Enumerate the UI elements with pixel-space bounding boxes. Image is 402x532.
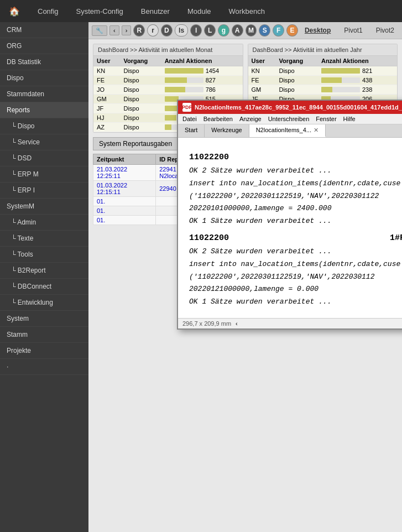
view-tab-pivot2[interactable]: Pivot2 xyxy=(372,25,399,35)
sidebar-item-b2report[interactable]: └ B2Report xyxy=(0,263,88,279)
table-row: GM Dispo 238 xyxy=(248,85,398,95)
nav-config[interactable]: Config xyxy=(33,5,63,18)
cell-vorgang: Dispo xyxy=(120,76,161,85)
pdf-scroll-indicator[interactable]: ‹ xyxy=(236,320,238,327)
letter-btn-R[interactable]: R xyxy=(133,24,145,36)
cell-user: GM xyxy=(93,95,120,104)
sidebar-item-stamm[interactable]: Stamm xyxy=(0,327,88,343)
view-tab-desktop[interactable]: Desktop xyxy=(300,25,335,35)
pdf-tab-werkzeuge[interactable]: Werkzeuge xyxy=(205,124,249,137)
pdf-footer: 296,7 x 209,9 mm ‹ xyxy=(178,318,402,328)
pdf-menu-anzeige[interactable]: Anzeige xyxy=(239,116,262,122)
cell-vorgang: Dispo xyxy=(120,123,161,132)
sidebar-item-projekte[interactable]: Projekte xyxy=(0,343,88,359)
pdf-titlebar: PDF N2locationItems_417ae28c_9952_11ec_8… xyxy=(178,101,402,114)
col-count-month: Anzahl Aktionen xyxy=(161,56,243,66)
sidebar-item-system[interactable]: System xyxy=(0,311,88,327)
pdf-title: N2locationItems_417ae28c_9952_11ec_8944_… xyxy=(195,104,402,111)
nav-prev-button[interactable]: ‹ xyxy=(109,25,119,35)
letter-btn-D[interactable]: D xyxy=(161,24,173,36)
col-zeitpunkt: Zeitpunkt xyxy=(93,154,156,165)
sidebar-item-tools[interactable]: └ Tools xyxy=(0,247,88,263)
sidebar-item-texte[interactable]: └ Texte xyxy=(0,231,88,247)
pdf-line-1-left: 11022200 xyxy=(189,151,229,164)
pdf-tabs: Start Werkzeuge N2locationItems_4...✕ xyxy=(178,124,402,138)
letter-btn-F[interactable]: F xyxy=(273,24,284,36)
sidebar-item-reports-service[interactable]: └ Service xyxy=(0,134,88,150)
tool-icon-button[interactable]: 🔧 xyxy=(92,25,107,36)
sidebar-item-dbconnect[interactable]: └ DBConnect xyxy=(0,279,88,295)
nav-system-config[interactable]: System-Config xyxy=(72,5,128,18)
cell-vorgang: Dispo xyxy=(275,66,317,76)
pdf-menu-hilfe[interactable]: Hilfe xyxy=(343,116,356,122)
sidebar-item-systemm[interactable]: SystemM xyxy=(0,199,88,215)
sidebar-item-reports-erpm[interactable]: └ ERP M xyxy=(0,166,88,182)
letter-btn-r[interactable]: r xyxy=(147,24,159,36)
sidebar-item-reports-dsd[interactable]: └ DSD xyxy=(0,150,88,166)
cell-zeitpunkt[interactable]: 01.03.2022 12:15:11 xyxy=(93,181,156,197)
dashboard-panel-year-title: DashBoard >> Aktivität im aktuellen Jahr xyxy=(248,44,398,56)
table-row: FE Dispo 438 xyxy=(248,76,398,85)
toolbar: 🔧 ‹ › R r D ls l L g A M S F E Desktop P… xyxy=(88,22,402,39)
nav-benutzer[interactable]: Benutzer xyxy=(137,5,174,18)
letter-btn-g[interactable]: g xyxy=(218,24,229,36)
sidebar-item-admin[interactable]: └ Admin xyxy=(0,215,88,231)
cell-user: GM xyxy=(248,85,276,95)
pdf-line-12: OK 1 Sätze wurden verarbeitet ... xyxy=(189,296,402,308)
nav-module[interactable]: Module xyxy=(183,5,216,18)
letter-btn-S[interactable]: S xyxy=(259,24,270,36)
sidebar-item-stammdaten[interactable]: Stammdaten xyxy=(0,86,88,102)
cell-vorgang: Dispo xyxy=(275,85,317,95)
pdf-line-10: ('11022200',20220301122519,'NAV',2022030… xyxy=(189,272,402,283)
sidebar-item-reports-erpi[interactable]: └ ERP I xyxy=(0,182,88,199)
sidebar-item-reports-dispo[interactable]: └ Dispo xyxy=(0,118,88,134)
pdf-line-2: OK 2 Sätze wurden verarbeitet ... xyxy=(189,165,402,177)
nav-next-button[interactable]: › xyxy=(122,25,132,35)
pdf-popup: PDF N2locationItems_417ae28c_9952_11ec_8… xyxy=(177,100,402,330)
pdf-line-4: ('11022200',20220301122519,'NAV',2022030… xyxy=(189,191,402,202)
pdf-menu-bearbeiten[interactable]: Bearbeiten xyxy=(203,116,233,122)
sidebar: CRM ORG DB Statistik Dispo Stammdaten Re… xyxy=(0,22,88,532)
letter-btn-M[interactable]: M xyxy=(246,24,257,36)
cell-vorgang: Dispo xyxy=(120,66,161,76)
sidebar-item-entwicklung[interactable]: └ Entwicklung xyxy=(0,295,88,311)
cell-count: 238 xyxy=(318,85,397,95)
letter-btn-L[interactable]: L xyxy=(204,24,216,36)
table-row: KN Dispo 821 xyxy=(248,66,398,76)
pdf-line-8: OK 2 Sätze wurden verarbeitet ... xyxy=(189,246,402,258)
cell-user: KN xyxy=(93,66,120,76)
pdf-menubar: Datei Bearbeiten Anzeige Unterschreiben … xyxy=(178,114,402,124)
pdf-menu-unterschreiben[interactable]: Unterschreiben xyxy=(268,116,310,122)
table-row: FE Dispo 827 xyxy=(93,76,243,85)
cell-user: KN xyxy=(248,66,276,76)
sidebar-item-dispo[interactable]: Dispo xyxy=(0,70,88,86)
pdf-tab-close[interactable]: ✕ xyxy=(314,127,319,133)
pdf-line-7-right: 1#FOB/DL#11022200 xyxy=(390,232,402,245)
cell-zeitpunkt[interactable]: 21.03.2022 12:25:11 xyxy=(93,165,156,181)
system-reportausgaben-button[interactable]: System Reportausgaben xyxy=(93,137,178,150)
pdf-tab-start[interactable]: Start xyxy=(178,124,205,137)
col-user-month: User xyxy=(93,56,120,66)
cell-count: 827 xyxy=(161,76,243,85)
sidebar-item-reports[interactable]: Reports xyxy=(0,102,88,118)
sidebar-item-crm[interactable]: CRM xyxy=(0,22,88,38)
letter-btn-ls[interactable]: ls xyxy=(175,24,189,36)
cell-zeitpunkt[interactable]: 01. xyxy=(93,216,156,225)
letter-btn-A[interactable]: A xyxy=(232,24,243,36)
cell-zeitpunkt[interactable]: 01. xyxy=(93,197,156,206)
view-tab-pivot1[interactable]: Pivot1 xyxy=(340,25,367,35)
sidebar-item-dot: · xyxy=(0,359,88,375)
col-user-year: User xyxy=(248,56,276,66)
sidebar-item-org[interactable]: ORG xyxy=(0,38,88,54)
pdf-tab-document[interactable]: N2locationItems_4...✕ xyxy=(249,124,326,137)
pdf-menu-fenster[interactable]: Fenster xyxy=(316,116,336,122)
pdf-page-size: 296,7 x 209,9 mm xyxy=(182,320,231,327)
letter-btn-E[interactable]: E xyxy=(286,24,298,36)
home-button[interactable]: 🏠 xyxy=(4,4,24,19)
pdf-menu-datei[interactable]: Datei xyxy=(182,116,197,122)
letter-btn-l[interactable]: l xyxy=(190,24,202,36)
cell-zeitpunkt[interactable]: 01. xyxy=(93,206,156,216)
cell-user: FE xyxy=(93,76,120,85)
sidebar-item-db-statistik[interactable]: DB Statistik xyxy=(0,54,88,70)
nav-workbench[interactable]: Workbench xyxy=(225,5,270,18)
